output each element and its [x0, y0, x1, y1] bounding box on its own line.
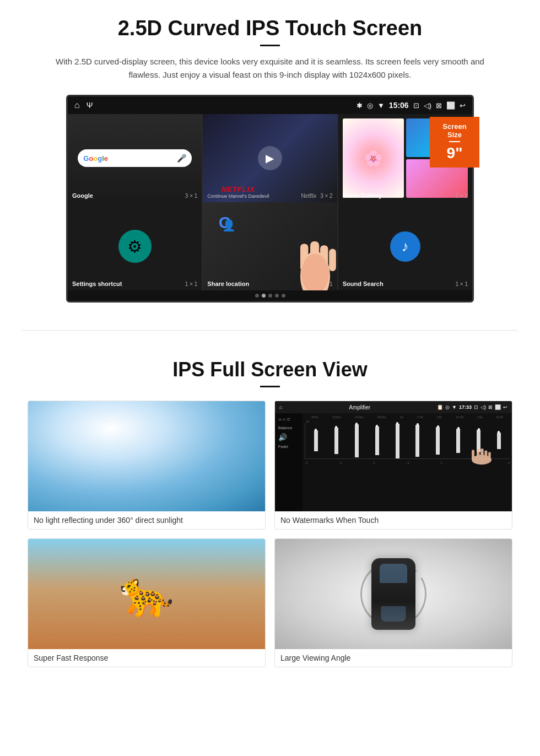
sound-search-widget[interactable]: ♪ Sound Search 1 × 1 [338, 202, 472, 290]
cheetah-image: 🐆 [28, 539, 265, 649]
card-amplifier: ⌂ Amplifier 📋 ◎ ▼ 17:33 ⊡ ◁) ⊠ ⬜ ↩ [274, 401, 512, 530]
google-logo: Google [83, 154, 108, 163]
amp-content: ⚌⚌⚌ Balance 🔊 Fader 60hz100hz200hz500hz1… [275, 413, 512, 511]
screen-size-badge: Screen Size 9" [430, 117, 479, 168]
eq-bar-6 [415, 425, 419, 457]
settings-widget[interactable]: ⚙ Settings shortcut 1 × 1 [68, 202, 202, 290]
settings-size: 1 × 1 [185, 281, 198, 287]
dot-3 [268, 294, 272, 298]
volume-icon: ◁) [424, 101, 431, 110]
google-label: Google [72, 192, 93, 199]
bluetooth-icon: ✱ [357, 101, 363, 110]
car-image [275, 539, 512, 649]
amp-home-icon: ⌂ [279, 404, 282, 410]
settings-gear-icon: ⚙ [118, 230, 152, 263]
eq-bar-5 [396, 424, 399, 458]
mic-icon: 🎤 [177, 154, 186, 163]
home-grid-row1: Google 🎤 Google 3 × 1 ▶ NETFLIX Continue… [68, 114, 472, 202]
sound-label: Sound Search [343, 280, 384, 287]
netflix-name: Netflix [301, 193, 317, 199]
dot-4 [275, 294, 279, 298]
photo-size: 2 × 2 [455, 193, 468, 199]
svg-rect-9 [480, 449, 483, 460]
google-size: 3 × 1 [185, 193, 198, 199]
sunlight-image [28, 401, 265, 511]
share-location-widget[interactable]: G 👤 Share location 1 × 1 [203, 202, 337, 290]
netflix-label: Netflix 3 × 2 [301, 193, 333, 199]
page-indicator [68, 290, 472, 301]
netflix-widget[interactable]: ▶ NETFLIX Continue Marvel's Daredevil Ne… [203, 114, 337, 202]
camera-icon: ⊡ [413, 101, 419, 110]
usb-icon: Ψ [87, 101, 93, 110]
sunlight-caption: No light reflecting under 360° direct su… [28, 511, 265, 529]
netflix-logo: NETFLIX [207, 185, 269, 193]
section2-divider [260, 386, 280, 387]
car-caption: Large Viewing Angle [275, 649, 512, 667]
amp-equalizer: 60hz100hz200hz500hz1k2.5k10k12.5k15kSUB … [303, 413, 512, 511]
hand-illustration [282, 202, 337, 290]
google-widget[interactable]: Google 🎤 Google 3 × 1 [68, 114, 202, 202]
card-car: Large Viewing Angle [274, 538, 512, 667]
amplifier-screen: ⌂ Amplifier 📋 ◎ ▼ 17:33 ⊡ ◁) ⊠ ⬜ ↩ [275, 401, 512, 511]
car-window-rear [381, 606, 406, 622]
svg-rect-7 [477, 449, 479, 460]
location-icon: ◎ [367, 101, 373, 110]
amp-fader-label: Fader [278, 445, 299, 449]
close-icon: ⊠ [436, 101, 442, 110]
netflix-play-button[interactable]: ▶ [258, 146, 282, 170]
section1-divider [260, 45, 280, 46]
eq-bar-4 [375, 426, 379, 455]
section1-title: 2.5D Curved IPS Touch Screen [33, 17, 507, 40]
settings-label: Settings shortcut [72, 280, 122, 287]
badge-title: Screen Size [438, 122, 472, 139]
window-icon: ⬜ [446, 101, 455, 110]
amp-speaker-icon: 🔊 [278, 433, 299, 441]
screen-wrapper: Screen Size 9" ⌂ Ψ ✱ ◎ ▼ 15:06 ⊡ ◁) ⊠ [66, 95, 474, 303]
photo-thumb-flower: 🌸 [343, 118, 404, 198]
dot-5 [282, 294, 285, 298]
car-body [371, 558, 415, 630]
svg-rect-4 [329, 249, 336, 272]
amp-sliders-icon: ⚌⚌⚌ [278, 417, 299, 422]
netflix-info: NETFLIX Continue Marvel's Daredevil [207, 185, 269, 199]
back-icon: ↩ [460, 101, 466, 110]
sound-size: 1 × 1 [455, 281, 468, 287]
netflix-size: 3 × 2 [320, 193, 333, 199]
wifi-icon: ▼ [377, 101, 385, 110]
cheetah-caption: Super Fast Response [28, 649, 265, 667]
card-sunlight: No light reflecting under 360° direct su… [28, 401, 266, 530]
home-icon: ⌂ [74, 100, 80, 110]
dot-2 [262, 294, 266, 298]
section-ips-view: IPS Full Screen View No light reflecting… [0, 347, 540, 684]
status-left-icons: ⌂ Ψ [74, 100, 93, 110]
amp-sidebar: ⚌⚌⚌ Balance 🔊 Fader [275, 413, 303, 511]
amp-icons: 📋 ◎ ▼ 17:33 ⊡ ◁) ⊠ ⬜ ↩ [437, 404, 507, 410]
photo-label: Photo Gallery [343, 192, 382, 199]
car-windshield [380, 564, 407, 583]
svg-rect-8 [472, 450, 474, 460]
svg-rect-10 [484, 451, 487, 460]
svg-rect-11 [488, 452, 491, 460]
card-cheetah: 🐆 Super Fast Response [28, 538, 266, 667]
amp-balance-label: Balance [278, 426, 299, 430]
badge-size: 9" [438, 144, 472, 162]
eq-frequency-labels: 60hz100hz200hz500hz1k2.5k10k12.5k15kSUB [305, 415, 510, 419]
cheetah-icon: 🐆 [119, 568, 174, 620]
google-search-bar[interactable]: Google 🎤 [78, 149, 192, 167]
eq-bar-3 [355, 424, 359, 457]
section-separator [22, 330, 518, 331]
status-right-icons: ✱ ◎ ▼ 15:06 ⊡ ◁) ⊠ ⬜ ↩ [357, 101, 466, 110]
netflix-subtitle: Continue Marvel's Daredevil [207, 193, 269, 199]
eq-bar-2 [334, 428, 338, 454]
home-grid-row2: ⚙ Settings shortcut 1 × 1 G 👤 [68, 202, 472, 290]
eq-bar-1 [314, 430, 318, 451]
badge-divider [449, 141, 460, 142]
image-grid: No light reflecting under 360° direct su… [28, 401, 512, 667]
dot-1 [255, 294, 259, 298]
sound-note-icon: ♪ [390, 231, 420, 262]
share-label: Share location [207, 280, 249, 287]
status-bar: ⌂ Ψ ✱ ◎ ▼ 15:06 ⊡ ◁) ⊠ ⬜ ↩ [68, 96, 472, 114]
section2-title: IPS Full Screen View [28, 358, 512, 381]
time-display: 15:06 [389, 101, 409, 110]
amp-hand-illustration [457, 434, 506, 473]
